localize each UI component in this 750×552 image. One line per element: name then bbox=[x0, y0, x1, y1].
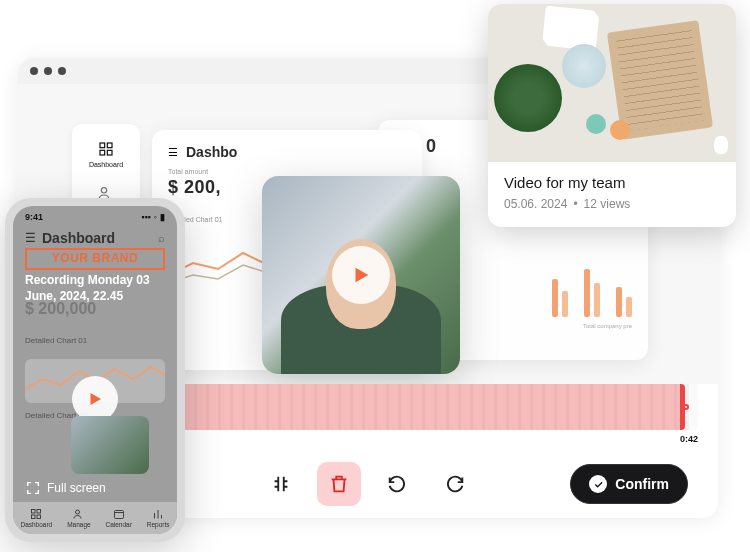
phone-tabbar: Dashboard Manage Calendar Reports bbox=[13, 502, 177, 534]
svg-rect-7 bbox=[37, 510, 41, 514]
phone-status-bar: 9:41 ▪▪▪◦▮ bbox=[13, 212, 177, 222]
tab-manage[interactable]: Manage bbox=[67, 508, 91, 528]
svg-rect-11 bbox=[114, 511, 123, 519]
dashboard-title: Dashbo bbox=[186, 144, 237, 160]
max-dot[interactable] bbox=[58, 67, 66, 75]
recording-info: Recording Monday 03 June, 2024, 22.45 bbox=[13, 270, 177, 304]
min-dot[interactable] bbox=[44, 67, 52, 75]
svg-point-4 bbox=[101, 188, 106, 193]
phone-amount: $ 200,000 bbox=[13, 300, 177, 318]
fullscreen-icon bbox=[25, 480, 41, 496]
svg-point-10 bbox=[75, 510, 79, 514]
video-card-views: 12 views bbox=[584, 197, 631, 211]
tab-dashboard[interactable]: Dashboard bbox=[20, 508, 52, 528]
timeline-selection[interactable] bbox=[170, 384, 685, 430]
play-button[interactable] bbox=[332, 246, 390, 304]
video-card-date: 05.06. 2024 bbox=[504, 197, 567, 211]
phone-time: 9:41 bbox=[25, 212, 43, 222]
grid-icon bbox=[97, 140, 115, 158]
video-preview[interactable] bbox=[262, 176, 460, 374]
undo-button[interactable] bbox=[375, 462, 419, 506]
search-icon[interactable]: ⌕ bbox=[158, 232, 165, 244]
fullscreen-label: Full screen bbox=[47, 481, 106, 495]
undo-icon bbox=[386, 473, 408, 495]
tab-reports[interactable]: Reports bbox=[147, 508, 170, 528]
check-circle-icon bbox=[589, 475, 607, 493]
tab-calendar[interactable]: Calendar bbox=[106, 508, 132, 528]
phone-page-title: Dashboard bbox=[42, 230, 115, 246]
signal-icon: ▪▪▪ bbox=[141, 212, 151, 222]
phone-screen: 9:41 ▪▪▪◦▮ ☰ Dashboard ⌕ YOUR BRAND Reco… bbox=[13, 206, 177, 534]
phone-chart1-label: Detailed Chart 01 bbox=[13, 336, 177, 345]
svg-rect-0 bbox=[100, 143, 105, 148]
video-card-title: Video for my team bbox=[504, 174, 720, 191]
phone-pip-thumbnail[interactable] bbox=[71, 416, 149, 474]
dashboard-amount: $ 200, bbox=[168, 177, 221, 198]
delete-button[interactable] bbox=[317, 462, 361, 506]
trim-button[interactable] bbox=[259, 462, 303, 506]
battery-icon: ▮ bbox=[160, 212, 165, 222]
svg-rect-6 bbox=[32, 510, 36, 514]
menu-icon[interactable]: ☰ bbox=[25, 231, 36, 245]
trim-icon bbox=[270, 473, 292, 495]
fullscreen-toggle[interactable]: Full screen bbox=[25, 480, 106, 496]
selection-handle-right[interactable] bbox=[683, 404, 689, 410]
redo-button[interactable] bbox=[433, 462, 477, 506]
svg-rect-1 bbox=[107, 143, 112, 148]
video-card[interactable]: Video for my team 05.06. 2024 • 12 views bbox=[488, 4, 736, 227]
video-card-meta: 05.06. 2024 • 12 views bbox=[504, 197, 720, 211]
play-icon bbox=[350, 264, 372, 286]
close-dot[interactable] bbox=[30, 67, 38, 75]
svg-rect-9 bbox=[37, 515, 41, 519]
svg-rect-3 bbox=[107, 150, 112, 155]
brand-label: YOUR BRAND bbox=[27, 250, 163, 268]
trash-icon bbox=[328, 473, 350, 495]
sidebar-label: Dashboard bbox=[89, 161, 123, 168]
video-card-cover bbox=[488, 4, 736, 162]
redo-icon bbox=[444, 473, 466, 495]
svg-rect-8 bbox=[32, 515, 36, 519]
play-icon bbox=[86, 390, 104, 408]
confirm-label: Confirm bbox=[615, 476, 669, 492]
sidebar-item-dashboard[interactable]: Dashboard bbox=[72, 132, 140, 176]
svg-rect-2 bbox=[100, 150, 105, 155]
wifi-icon: ◦ bbox=[154, 212, 157, 222]
brand-frame: YOUR BRAND bbox=[25, 248, 165, 270]
dashboard-sub: Total amount bbox=[168, 168, 406, 175]
confirm-button[interactable]: Confirm bbox=[570, 464, 688, 504]
phone-mockup: 9:41 ▪▪▪◦▮ ☰ Dashboard ⌕ YOUR BRAND Reco… bbox=[5, 198, 185, 542]
